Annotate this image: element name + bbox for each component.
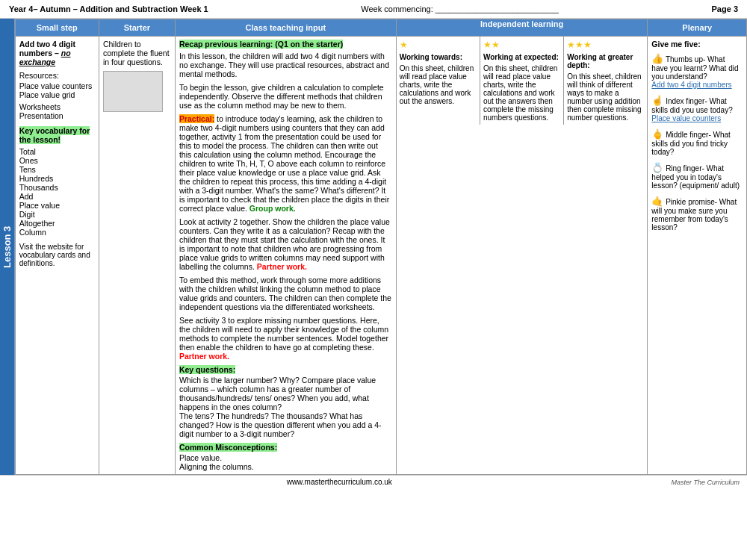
page-footer: www.masterthecurriculum.co.uk Master The… bbox=[0, 475, 747, 488]
thumbs-icon: 👍 bbox=[651, 53, 663, 64]
exp-heading: Working at expected: bbox=[483, 53, 560, 61]
para2: To begin the lesson, give children a cal… bbox=[179, 83, 392, 110]
plenary-middle: 🖕 Middle finger- What skills did you fin… bbox=[651, 128, 743, 156]
vocab-list: Total Ones Tens Hundreds Thousands Add P… bbox=[19, 147, 95, 237]
activity3-text: See activity 3 to explore missing number… bbox=[179, 316, 388, 352]
thumbs-text: Thumbs up- What have you learnt? What di… bbox=[651, 55, 738, 81]
footer-logo: Master The Curriculum bbox=[671, 479, 740, 486]
teaching-cell: Recap previous learning: (Q1 on the star… bbox=[175, 37, 396, 475]
independent-cell: ★ Working towards: On this sheet, childr… bbox=[396, 37, 648, 475]
page-number: Page 3 bbox=[712, 4, 738, 13]
ring-icon: 💍 bbox=[651, 162, 663, 173]
key-vocab-label: Key vocabulary for the lesson! bbox=[19, 126, 90, 144]
place-link[interactable]: Place value counters bbox=[651, 114, 721, 122]
greater-depth-col: ★★★ Working at greater depth: On this sh… bbox=[564, 37, 647, 125]
plenary-thumbs: 👍 Thumbs up- What have you learnt? What … bbox=[651, 53, 743, 89]
plenary-intro: Give me five: bbox=[651, 40, 743, 49]
main-table: Small step Starter Class teaching input … bbox=[15, 19, 747, 475]
working-towards-col: ★ Working towards: On this sheet, childr… bbox=[397, 37, 480, 125]
starter-text: Children to complete the fluent in four … bbox=[103, 40, 171, 66]
pinkie-text: Pinkie promise- What will you make sure … bbox=[651, 198, 737, 231]
ring-text: Ring finger- What helped you in today's … bbox=[651, 164, 740, 190]
page-header: Year 4– Autumn – Addition and Subtractio… bbox=[0, 0, 747, 19]
key-q-label: Key questions: bbox=[179, 365, 235, 374]
misconceptions-label: Common Misconceptions: bbox=[179, 443, 277, 452]
resources-label: Resources: bbox=[19, 71, 95, 80]
footer-url: www.masterthecurriculum.co.uk bbox=[287, 478, 392, 486]
exp-stars: ★★ bbox=[483, 40, 560, 50]
gd-heading: Working at greater depth: bbox=[567, 53, 644, 69]
col-header-teaching: Class teaching input bbox=[175, 19, 396, 37]
exp-text: On this sheet, children will read place … bbox=[483, 64, 560, 122]
plenary-cell: Give me five: 👍 Thumbs up- What have you… bbox=[648, 37, 747, 475]
resource-3: Worksheets bbox=[19, 102, 95, 111]
vocab-visit-text: Visit the website for vocabulary cards a… bbox=[19, 243, 95, 267]
wt-text: On this sheet, children will read place … bbox=[400, 64, 477, 105]
plenary-index: ☝ Index finger- What skills did you use … bbox=[651, 95, 743, 122]
misconceptions-text: Place value. Aligning the columns. bbox=[179, 453, 392, 471]
col-header-starter: Starter bbox=[99, 19, 175, 37]
partner-label: Partner work. bbox=[257, 262, 307, 271]
col-header-plenary: Plenary bbox=[648, 19, 747, 37]
gd-text: On this sheet, children will think of di… bbox=[567, 72, 644, 122]
small-step-heading: Add two 4 digit numbers – no exchange bbox=[19, 40, 95, 66]
key-questions-text: Which is the larger number? Why? Compare… bbox=[179, 376, 392, 438]
lesson-label: Lesson 3 bbox=[0, 19, 15, 475]
add-link[interactable]: Add two 4 digit numbers bbox=[651, 81, 731, 89]
middle-text: Middle finger- What skills did you find … bbox=[651, 131, 730, 156]
starter-cell: Children to complete the fluent in four … bbox=[99, 37, 175, 475]
group-label: Group work. bbox=[249, 204, 296, 213]
resource-2: Place value grid bbox=[19, 90, 95, 99]
starter-image-placeholder bbox=[103, 71, 163, 112]
col-header-independent: Independent learning bbox=[396, 19, 648, 37]
recap-text: In this lesson, the children will add tw… bbox=[179, 52, 392, 78]
page-title: Year 4– Autumn – Addition and Subtractio… bbox=[9, 4, 208, 13]
index-icon: ☝ bbox=[651, 95, 663, 106]
expected-col: ★★ Working at expected: On this sheet, c… bbox=[480, 37, 564, 125]
main-content: Lesson 3 Small step Starter Class teachi… bbox=[0, 19, 747, 475]
index-text: Index finger- What skills did you use to… bbox=[651, 97, 732, 114]
resource-1: Place value counters bbox=[19, 81, 95, 90]
middle-icon: 🖕 bbox=[651, 128, 663, 140]
plenary-ring: 💍 Ring finger- What helped you in today'… bbox=[651, 162, 743, 190]
practical-text: to introduce today's learning, ask the c… bbox=[179, 114, 389, 213]
partner2-label: Partner work. bbox=[179, 352, 229, 361]
pinkie-icon: 🤙 bbox=[651, 196, 663, 207]
resource-4: Presentation bbox=[19, 111, 95, 120]
recap-label: Recap previous learning: (Q1 on the star… bbox=[179, 40, 343, 49]
small-step-cell: Add two 4 digit numbers – no exchange Re… bbox=[15, 37, 99, 475]
wt-stars: ★ bbox=[400, 40, 477, 50]
plenary-pinkie: 🤙 Pinkie promise- What will you make sur… bbox=[651, 196, 743, 231]
embed-text: To embed this method, work through some … bbox=[179, 276, 392, 311]
practical-label: Practical: bbox=[179, 114, 214, 123]
gd-stars: ★★★ bbox=[567, 40, 644, 50]
wt-heading: Working towards: bbox=[400, 53, 477, 61]
col-header-small-step: Small step bbox=[15, 19, 99, 37]
week-commencing: Week commencing: _______________________… bbox=[208, 4, 712, 13]
